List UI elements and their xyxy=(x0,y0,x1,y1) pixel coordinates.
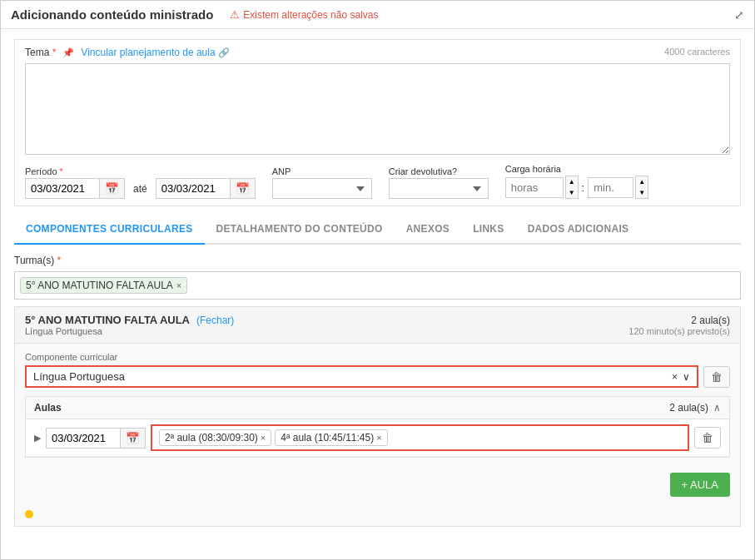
char-count: 4000 caracteres xyxy=(664,47,730,57)
min-input[interactable] xyxy=(588,177,633,198)
end-date-wrap: 📅 xyxy=(156,178,256,199)
group-aulas-count: 2 aula(s) xyxy=(628,315,730,326)
group-subtitle: Língua Portuguesa xyxy=(25,326,234,336)
aula-tag-label-0-1: 4ª aula (10:45/11:45) xyxy=(281,432,374,444)
carga-label: Carga horária xyxy=(505,164,648,174)
ate-label: até xyxy=(133,183,147,199)
turmas-tag-wrap[interactable]: 5° ANO MATUTINO FALTA AULA × xyxy=(14,271,741,300)
group-row: 5° ANO MATUTINO FALTA AULA (Fechar) Líng… xyxy=(14,306,741,527)
criar-select[interactable] xyxy=(389,178,489,199)
group-header-left: 5° ANO MATUTINO FALTA AULA (Fechar) Líng… xyxy=(25,314,234,336)
aulas-chevron[interactable]: ∧ xyxy=(713,402,721,414)
aula-date-input-0[interactable] xyxy=(47,429,120,448)
unsaved-warning: ⚠ Existem alterações não salvas xyxy=(230,8,378,21)
tema-row: Tema * 📌 Vincular planejamento de aula 🔗 xyxy=(25,47,730,58)
criar-label: Criar devolutiva? xyxy=(389,166,489,176)
end-cal-button[interactable]: 📅 xyxy=(230,179,255,198)
aulas-label: Aulas xyxy=(34,402,62,414)
yellow-dot-icon xyxy=(25,510,33,518)
turma-tag-0: 5° ANO MATUTINO FALTA AULA × xyxy=(20,277,187,294)
main-content: 4000 caracteres Tema * 📌 Vincular planej… xyxy=(1,29,754,537)
tabs-bar: COMPONENTES CURRICULARES DETALHAMENTO DO… xyxy=(14,215,741,245)
aula-cal-button-0[interactable]: 📅 xyxy=(120,429,145,448)
comp-delete-button[interactable]: 🗑 xyxy=(703,366,730,388)
expand-icon[interactable]: ⤢ xyxy=(734,8,744,22)
tema-textarea[interactable] xyxy=(25,63,730,155)
aula-delete-button-0[interactable]: 🗑 xyxy=(694,427,721,448)
tab-links[interactable]: LINKS xyxy=(461,215,516,245)
aula-expand-arrow[interactable]: ▶ xyxy=(34,433,41,444)
colon-sep: : xyxy=(580,181,587,194)
vincular-link[interactable]: Vincular planejamento de aula 🔗 xyxy=(81,47,229,58)
group-name: 5° ANO MATUTINO FALTA AULA xyxy=(25,314,190,326)
turmas-section: Turma(s) * 5° ANO MATUTINO FALTA AULA × xyxy=(14,255,741,300)
aula-row-0: ▶ 📅 2ª aula (08:30/09:30) × 4ª aula (10:… xyxy=(26,419,729,457)
group-header-right: 2 aula(s) 120 minuto(s) previsto(s) xyxy=(628,315,730,336)
group-header: 5° ANO MATUTINO FALTA AULA (Fechar) Líng… xyxy=(15,307,740,344)
horas-spin-down[interactable]: ▼ xyxy=(566,187,578,198)
tema-required: * xyxy=(52,47,57,58)
end-date-input[interactable] xyxy=(156,179,230,198)
carga-group: Carga horária ▲ ▼ : ▲ ▼ xyxy=(505,164,648,199)
aulas-header: Aulas 2 aula(s) ∧ xyxy=(26,397,729,419)
aula-tag-0-1: 4ª aula (10:45/11:45) × xyxy=(275,429,387,446)
window-header: Adicionando conteúdo ministrado ⚠ Existe… xyxy=(1,1,754,29)
start-date-wrap: 📅 xyxy=(25,178,125,199)
aula-tag-0-0: 2ª aula (08:30/09:30) × xyxy=(159,429,271,446)
anp-label: ANP xyxy=(272,166,372,176)
turma-tag-label-0: 5° ANO MATUTINO FALTA AULA xyxy=(26,280,173,291)
warning-icon: ⚠ xyxy=(230,8,240,21)
min-spin-up[interactable]: ▲ xyxy=(636,176,648,187)
tab-detalhamento[interactable]: DETALHAMENTO DO CONTEÚDO xyxy=(205,215,395,245)
window-title: Adicionando conteúdo ministrado xyxy=(11,7,213,22)
chain-icon: 🔗 xyxy=(218,47,230,58)
anp-select[interactable] xyxy=(272,178,372,199)
turma-tag-close-0[interactable]: × xyxy=(176,280,181,290)
main-window: Adicionando conteúdo ministrado ⚠ Existe… xyxy=(0,0,755,560)
comp-label: Componente curricular xyxy=(25,352,730,362)
comp-chevron-button[interactable]: ∨ xyxy=(683,371,690,383)
group-minutos: 120 minuto(s) previsto(s) xyxy=(628,326,730,336)
aula-tags-0[interactable]: 2ª aula (08:30/09:30) × 4ª aula (10:45/1… xyxy=(151,424,689,451)
criar-group: Criar devolutiva? xyxy=(389,166,489,199)
bottom-indicator xyxy=(15,503,740,526)
pin-icon: 📌 xyxy=(62,47,74,58)
fechar-link[interactable]: (Fechar) xyxy=(196,315,234,326)
tab-dados[interactable]: DADOS ADICIONAIS xyxy=(516,215,641,245)
aulas-count: 2 aula(s) ∧ xyxy=(669,402,721,414)
comp-section: Componente curricular Língua Portuguesa … xyxy=(15,344,740,396)
tema-periodo-section: 4000 caracteres Tema * 📌 Vincular planej… xyxy=(14,39,741,206)
anp-group: ANP xyxy=(272,166,372,199)
tab-componentes[interactable]: COMPONENTES CURRICULARES xyxy=(14,215,205,245)
horas-spin-up[interactable]: ▲ xyxy=(566,176,578,187)
start-date-input[interactable] xyxy=(26,179,99,198)
add-aula-button[interactable]: + AULA xyxy=(670,473,730,497)
add-aula-row: + AULA xyxy=(15,466,740,503)
vincular-label: Vincular planejamento de aula xyxy=(81,47,215,58)
comp-value: Língua Portuguesa xyxy=(33,370,125,383)
unsaved-text: Existem alterações não salvas xyxy=(243,9,378,21)
turmas-label: Turma(s) * xyxy=(14,255,741,266)
periodo-label: Período * xyxy=(25,166,256,176)
aula-tag-close-0-0[interactable]: × xyxy=(261,433,266,443)
aulas-section: Aulas 2 aula(s) ∧ ▶ 📅 2ª aula xyxy=(25,396,730,458)
tab-anexos[interactable]: ANEXOS xyxy=(395,215,461,245)
min-spin-down[interactable]: ▼ xyxy=(636,187,648,198)
aula-tag-label-0-0: 2ª aula (08:30/09:30) xyxy=(165,432,258,444)
periodo-group: Período * 📅 até 📅 xyxy=(25,166,256,199)
start-cal-button[interactable]: 📅 xyxy=(99,179,124,198)
tema-label: Tema * xyxy=(25,47,56,58)
comp-clear-button[interactable]: × xyxy=(672,371,678,383)
aula-tag-close-0-1[interactable]: × xyxy=(376,433,381,443)
header-left: Adicionando conteúdo ministrado ⚠ Existe… xyxy=(11,7,378,22)
horas-input[interactable] xyxy=(505,177,564,198)
aula-date-wrap-0: 📅 xyxy=(46,428,146,448)
